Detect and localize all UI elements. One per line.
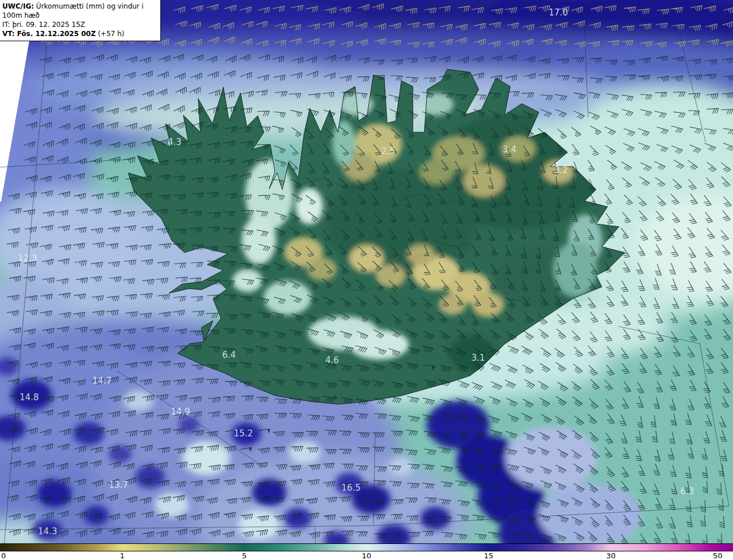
precip-cell	[538, 484, 641, 547]
precip-value-label: 15.2	[234, 428, 253, 439]
precip-value-label: 3.2	[554, 165, 568, 175]
valid-time-bold: VT: Fös. 12.12.2025 00Z	[2, 30, 96, 38]
precip-value-label: 14.3	[38, 526, 57, 537]
precip-value-label: 14.7	[92, 376, 111, 386]
title-box: UWC/IG: Úrkomumætti (mm) og vindur i 100…	[0, 0, 161, 41]
colorbar-gradient	[0, 543, 733, 551]
colorbar-tick-label: 30	[606, 551, 616, 560]
precip-value-label: 14.9	[171, 407, 190, 417]
precip-value-label: 2.5	[381, 146, 395, 156]
terrain-patch	[242, 216, 276, 265]
weather-chart-page: 17.04.32.53.43.212.36.44.63.114.714.814.…	[0, 0, 733, 560]
precip-cell	[238, 510, 279, 540]
precip-value-label: 4.6	[325, 355, 339, 365]
precip-cell	[135, 466, 165, 488]
precip-value-label: 4.3	[168, 137, 182, 147]
precip-cell	[109, 445, 132, 463]
terrain-patch	[472, 292, 504, 317]
weather-map: 17.04.32.53.43.212.36.44.63.114.714.814.…	[0, 0, 733, 560]
precip-cell	[37, 480, 72, 507]
colorbar-tick-label: 0	[1, 551, 6, 560]
colorbar-tick-label: 15	[484, 551, 494, 560]
terrain-patch	[419, 159, 454, 184]
terrain-patch	[332, 120, 355, 166]
colorbar-tick-label: 1	[120, 551, 124, 560]
model-id: UWC/IG:	[2, 2, 34, 10]
terrain-patch	[463, 165, 505, 197]
colorbar: 01510153050	[0, 543, 733, 560]
colorbar-tick-label: 50	[713, 551, 723, 560]
precip-value-label: 3.4	[503, 144, 517, 155]
precip-value-label: 13.7	[109, 480, 128, 490]
precip-cell	[155, 492, 189, 518]
precip-value-label: 12.3	[18, 253, 37, 263]
init-time: IT: þri. 09. 12. 2025 15Z	[2, 20, 157, 29]
precip-cell	[182, 441, 230, 475]
precip-value-label: 17.0	[549, 7, 568, 18]
terrain-patch	[554, 242, 597, 297]
terrain-patch	[232, 269, 262, 292]
colorbar-tick-label: 10	[362, 551, 372, 560]
precip-cell	[506, 427, 597, 490]
precip-value-label: 3.1	[471, 353, 485, 363]
precip-cell	[284, 508, 312, 529]
colorbar-tick-label: 5	[242, 551, 247, 560]
island	[334, 396, 337, 399]
precip-value-label: 6.4	[222, 350, 236, 360]
colorbar-tick-labels: 01510153050	[0, 551, 733, 560]
chart-title: UWC/IG: Úrkomumætti (mm) og vindur i 100…	[2, 2, 157, 20]
precip-value-label: 6.3	[680, 486, 694, 496]
precip-value-label: 14.8	[19, 392, 38, 403]
precip-value-label: 16.5	[341, 483, 360, 493]
terrain-patch	[263, 281, 312, 315]
forecast-offset: (+57 h)	[96, 30, 124, 38]
valid-time: VT: Fös. 12.12.2025 00Z (+57 h)	[2, 29, 157, 38]
precip-cell	[289, 441, 321, 464]
